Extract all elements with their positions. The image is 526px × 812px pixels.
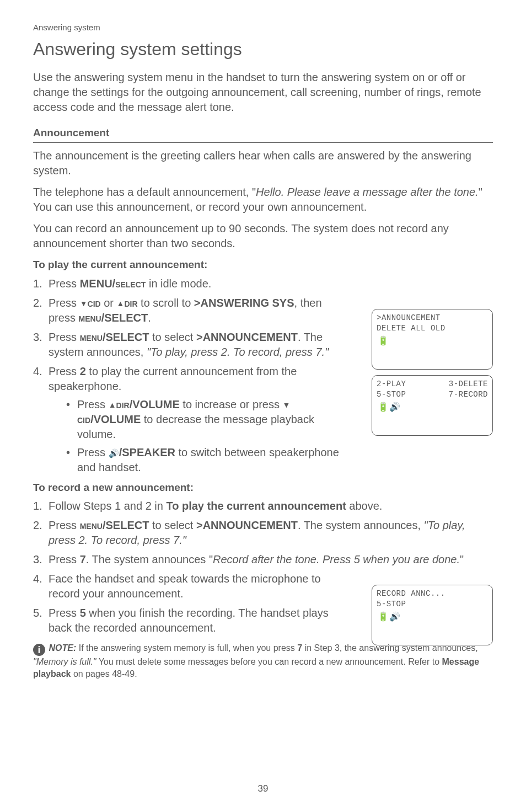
up-triangle-icon: ▲ (109, 400, 116, 410)
t: to select (149, 519, 196, 531)
lcd3-line2: 5-STOP (377, 599, 488, 610)
t: when you finish the recording. The hands… (49, 607, 329, 634)
lcd-screen-1: >ANNOUNCEMENT DELETE ALL OLD 🔋 (372, 309, 493, 370)
t: If the answering system memory is full, … (76, 643, 297, 653)
t: dir (116, 398, 130, 410)
t: dir (124, 297, 137, 309)
t: Press (49, 297, 80, 309)
lcd3-line1: RECORD ANNC... (377, 589, 488, 599)
t: Press (49, 519, 80, 531)
t: select (115, 277, 146, 290)
t: cid (88, 297, 101, 309)
play-step-3: 3. Press menu/SELECT to select >ANNOUNCE… (33, 330, 347, 360)
t: Press (49, 365, 80, 377)
rec-step-5: 5. Press 5 when you finish the recording… (33, 606, 347, 635)
lcd2-l2b: 7-RECORD (449, 389, 488, 400)
rec-step-3: 3. Press 7. The system announces "Record… (33, 552, 493, 567)
t: /SPEAKER (119, 446, 175, 458)
t: You must delete some messages before you… (96, 657, 442, 666)
intro-text: Use the answering system menu in the han… (33, 70, 493, 115)
page-title: Answering system settings (33, 38, 493, 61)
lcd1-line2: DELETE ALL OLD (377, 323, 488, 334)
para-3: You can record an announcement up to 90 … (33, 221, 493, 251)
lcd-screen-3: RECORD ANNC... 5-STOP 🔋🔊 (372, 585, 493, 645)
note: i NOTE: If the answering system memory i… (33, 642, 493, 680)
t: . The system announces " (86, 553, 213, 565)
rec-step-2: 2. Press menu/SELECT to select >ANNOUNCE… (33, 518, 493, 548)
info-icon: i (33, 644, 45, 656)
down-triangle-icon: ▼ (80, 298, 88, 309)
t: Face the handset and speak towards the m… (49, 573, 321, 600)
t: Press (49, 607, 80, 619)
lcd2-l2a: 5-STOP (377, 389, 406, 400)
t: Follow Steps 1 and 2 in (49, 500, 166, 512)
breadcrumb: Answering system (33, 22, 493, 33)
battery-icon: 🔋 (378, 336, 488, 348)
t: MENU/ (80, 277, 115, 290)
up-triangle-icon: ▲ (117, 298, 125, 309)
para-2: The telephone has a default announcement… (33, 185, 493, 215)
rec-step-4: 4. Face the handset and speak towards th… (33, 571, 347, 601)
t: menu (80, 519, 103, 531)
t: 7 (297, 643, 302, 653)
t: Press (49, 277, 80, 290)
rec-step-1: 1. Follow Steps 1 and 2 in To play the c… (33, 499, 493, 514)
t: above. (346, 500, 383, 512)
play-step-2: 2. Press ▼cid or ▲dir to scroll to >ANSW… (33, 296, 347, 325)
t: >ANSWERING SYS (194, 297, 294, 309)
t: . The system announces, (298, 519, 424, 531)
subhead-play: To play the current announcement: (33, 258, 493, 272)
play-step-1: 1. Press MENU/select in idle mode. (33, 276, 493, 291)
battery-speaker-icon: 🔋🔊 (378, 402, 488, 414)
t: /SELECT (103, 331, 149, 343)
t: to increase or press (180, 398, 283, 410)
t: >ANNOUNCEMENT (196, 331, 298, 343)
t: to play the current announcement from th… (49, 365, 297, 392)
note-label: NOTE: (49, 643, 76, 653)
t: in idle mode. (146, 277, 211, 290)
t: "Memory is full." (33, 657, 96, 666)
battery-speaker-icon: 🔋🔊 (378, 612, 488, 624)
t: or (101, 297, 117, 309)
t: . (148, 312, 151, 324)
down-triangle-icon: ▼ (283, 400, 291, 410)
t: " (460, 553, 464, 565)
t: to scroll to (138, 297, 194, 309)
subhead-record: To record a new announcement: (33, 480, 493, 495)
lcd-screen-2: 2-PLAY3-DELETE 5-STOP7-RECORD 🔋🔊 (372, 375, 493, 436)
t: 7 (80, 553, 86, 565)
para-2-quote: Hello. Please leave a message after the … (256, 186, 479, 198)
t: /SELECT (103, 519, 149, 531)
t: menu (80, 331, 103, 343)
t: /VOLUME (90, 413, 141, 425)
t: Press (77, 446, 109, 458)
lcd2-l1b: 3-DELETE (449, 379, 488, 389)
t: >ANNOUNCEMENT (196, 519, 298, 531)
play-bullet-2: Press 🔊/SPEAKER to switch between speake… (66, 445, 347, 475)
lcd2-l1a: 2-PLAY (377, 379, 406, 389)
play-step-4: 4. Press 2 to play the current announcem… (33, 364, 347, 475)
para-1: The announcement is the greeting callers… (33, 148, 493, 178)
t: "To play, press 2. To record, press 7." (147, 346, 329, 358)
t: Press (49, 331, 80, 343)
t: To play the current announcement (166, 500, 346, 512)
t: /VOLUME (130, 398, 180, 410)
t: on pages 48-49. (71, 669, 137, 679)
play-bullet-1: Press ▲dir/VOLUME to increase or press ▼… (66, 397, 347, 442)
page-number: 39 (0, 783, 526, 795)
t: cid (77, 413, 90, 425)
t: menu (78, 312, 101, 324)
t: /SELECT (101, 312, 148, 324)
t: 5 (80, 607, 86, 619)
lcd1-line1: >ANNOUNCEMENT (377, 313, 488, 323)
t: 2 (80, 365, 86, 377)
para-2a: The telephone has a default announcement… (33, 186, 256, 198)
section-announcement: Announcement (33, 126, 493, 143)
t: Press (49, 553, 80, 565)
t: to select (149, 331, 196, 343)
t: Record after the tone. Press 5 when you … (213, 553, 460, 565)
speaker-icon: 🔊 (109, 448, 119, 459)
t: Press (77, 398, 109, 410)
